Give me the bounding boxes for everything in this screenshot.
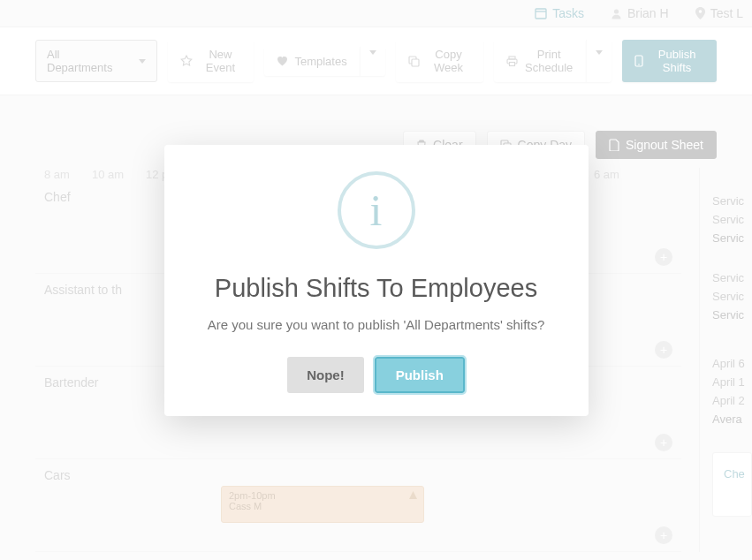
modal-backdrop[interactable]: i Publish Shifts To Employees Are you su… <box>0 0 752 560</box>
nope-button[interactable]: Nope! <box>287 357 364 393</box>
modal-text: Are you sure you want to publish 'All De… <box>191 317 562 332</box>
publish-modal: i Publish Shifts To Employees Are you su… <box>164 145 589 416</box>
modal-title: Publish Shifts To Employees <box>191 274 562 303</box>
info-icon: i <box>338 171 415 249</box>
publish-button[interactable]: Publish <box>375 357 465 393</box>
